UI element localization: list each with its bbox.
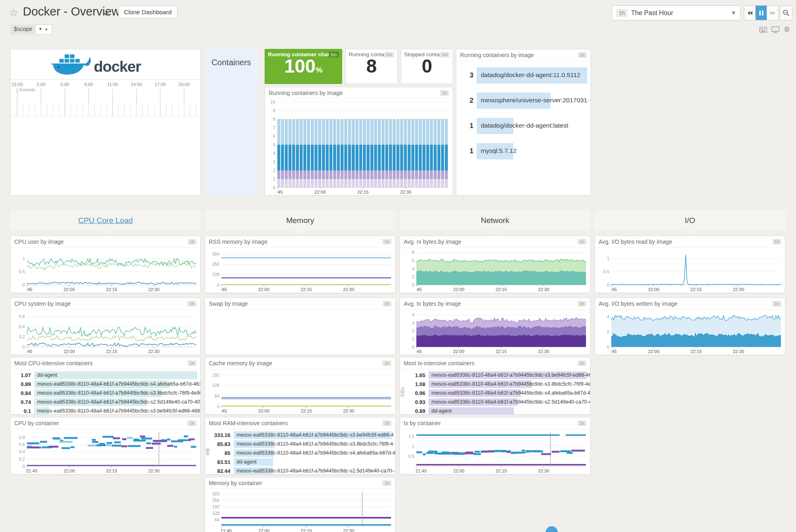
timeframe-badge: 1h [383, 360, 391, 366]
svg-text:22:00: 22:00 [453, 349, 464, 354]
cache-memory-by-image-chart: Cache memory by image1h 064128192:4522:0… [205, 357, 396, 415]
widget-title: CPU user by image [14, 238, 64, 245]
heatmap-chart: 0.511.521:4522:0022:1522:30 [400, 429, 590, 474]
docker-whale-icon [51, 54, 91, 75]
svg-text:9: 9 [273, 108, 275, 113]
toplist-row[interactable]: 1.07dd-agent [11, 371, 197, 380]
toplist-value: 1 [457, 122, 477, 130]
toplist-row[interactable]: 85mesos-ea85338c-8110-48a4-b61f-a7b9445b… [211, 449, 392, 457]
toplist-value: 0.84 [11, 390, 34, 396]
svg-text:192: 192 [212, 373, 219, 377]
svg-text:0.5: 0.5 [603, 269, 609, 274]
toplist-row[interactable]: 0.1mesos-ea85338c-8110-48a4-b61f-a7b9445… [11, 407, 197, 415]
toplist-container-name: mesosphere/universe-server:2017031··· [481, 97, 591, 104]
toplist-row[interactable]: 0.96mesos-ea85338c-8110-48a4-b61f-a7b944… [406, 389, 587, 397]
svg-text:22:30: 22:30 [733, 287, 744, 292]
svg-text:8: 8 [412, 250, 414, 255]
svg-text:3: 3 [273, 159, 275, 164]
toplist-container-name: mesos-ea85338c-8110-48a4-b61f-a7b9445bc9… [37, 381, 201, 387]
gear-icon[interactable]: ⚙ [784, 26, 790, 33]
toplist-row[interactable]: 1.08mesos-ea85338c-8110-48a4-b61f-a7b944… [406, 380, 587, 389]
running-containers-by-image-chart: Running containers by image1h 0123456789… [265, 87, 453, 196]
svg-text:22:15: 22:15 [495, 349, 507, 354]
svg-text:22:30: 22:30 [538, 349, 549, 354]
toplist-container-name: mesos-ea85338c-8110-48a4-b61f-a7b9445bc9… [431, 381, 590, 387]
svg-text::45: :45 [610, 349, 617, 354]
svg-text:1: 1 [412, 336, 414, 341]
svg-text:22:30: 22:30 [148, 287, 159, 292]
toplist-row[interactable]: 0.74mesos-ea85338c-8110-48a4-b61f-a7b944… [11, 398, 197, 406]
svg-text:2:00: 2:00 [37, 82, 45, 87]
clone-dashboard-button[interactable]: Clone Dashboard [118, 6, 177, 18]
svg-text:21:45: 21:45 [416, 468, 427, 473]
widget-title: Cache memory by image [209, 360, 272, 366]
toplist-value: 3 [457, 71, 477, 79]
svg-text:0: 0 [607, 283, 609, 287]
docker-events-widget: docker 23:002:005:008:0011:0014:0017:002… [10, 49, 201, 196]
svg-text:0: 0 [22, 344, 25, 349]
svg-text:128: 128 [212, 383, 219, 388]
svg-text:22:30: 22:30 [400, 190, 411, 194]
keyboard-icon[interactable] [759, 27, 767, 33]
toplist-row[interactable]: 3datadog/docker-dd-agent:11.0.5112 [457, 63, 587, 88]
svg-text:22:00: 22:00 [453, 468, 464, 473]
toplist-row[interactable]: 0.93mesos-ea85338c-8110-48a4-b61f-a7b944… [406, 398, 587, 406]
fast-forward-button[interactable] [767, 6, 778, 20]
toplist-row[interactable]: 0.89dd-agent [406, 407, 587, 415]
toplist-row[interactable]: 85.83mesos-ea85338c-8110-48a4-b61f-a7b94… [211, 440, 392, 448]
tv-mode-icon[interactable] [772, 26, 779, 33]
toplist-row[interactable]: 1.65mesos-ea85338c-8110-48a4-b61f-a7b944… [406, 371, 587, 380]
svg-text:21:45: 21:45 [221, 528, 232, 532]
docker-logo-text: docker [94, 58, 141, 75]
toplist-row[interactable]: 0.89mesos-ea85338c-8110-48a4-b61f-a7b944… [11, 380, 197, 389]
toplist-row[interactable]: 1mysql:5.7.12 [457, 139, 587, 164]
rewind-button[interactable] [744, 6, 756, 20]
toplist-value: 0.1 [11, 408, 34, 414]
toplist-container-name: datadog/docker-dd-agent:latest [481, 122, 568, 129]
help-bubble[interactable] [546, 526, 558, 532]
tx-by-container-chart: tx by container1h 0.511.521:4522:0022:15… [400, 417, 590, 475]
toplist-row[interactable]: 0.84mesos-ea85338c-8110-48a4-b61f-a7b944… [11, 389, 197, 397]
widget-title: Avg. rx bytes by image [404, 238, 461, 245]
area-chart: 024:4522:0022:1522:30 [595, 310, 785, 355]
toplist-value: 0.89 [11, 381, 34, 387]
avg-io-bytes-written-chart: Avg. I/O bytes written by image1h 024:45… [595, 298, 785, 355]
svg-text:22:15: 22:15 [106, 468, 117, 473]
svg-text:22:30: 22:30 [538, 287, 549, 292]
toplist-value: 0.96 [406, 390, 429, 396]
svg-text:0.2: 0.2 [19, 457, 25, 461]
widget-title: Memory by container [209, 480, 262, 486]
svg-text:23:00: 23:00 [11, 82, 23, 87]
toplist-row[interactable]: 83.51dd-agent [211, 458, 392, 466]
widget-title: Most RAM-intensive containers [209, 420, 288, 426]
toplist-row[interactable]: 1datadog/docker-dd-agent:latest [457, 113, 587, 139]
svg-text:6: 6 [273, 134, 275, 139]
query-value: 8 [346, 57, 397, 75]
scope-value-dropdown[interactable]: *▼ [36, 24, 52, 35]
cpu-user-by-image-chart: CPU user by image1h 00.51:4522:0022:1522… [10, 236, 201, 293]
svg-text:22:30: 22:30 [148, 468, 159, 473]
time-range-select[interactable]: 1h The Past Hour ▼ [612, 5, 741, 20]
svg-text:17:00: 17:00 [155, 82, 166, 87]
toplist-row[interactable]: 2mesosphere/universe-server:2017031··· [457, 88, 587, 113]
cpu-core-load-link[interactable]: CPU Core Load [78, 216, 133, 225]
scope-caret-icon: ▼ [44, 27, 49, 32]
pause-button[interactable] [756, 6, 767, 20]
toplist-bar [34, 371, 197, 379]
toplist-row[interactable]: 333.16mesos-ea85338c-8110-48a4-b61f-a7b9… [211, 431, 392, 439]
event-timeline[interactable]: 23:002:005:008:0011:0014:0017:0020:000 e… [11, 80, 200, 129]
star-icon[interactable]: ☆ [9, 7, 18, 19]
svg-text:21:45: 21:45 [26, 468, 38, 473]
widget-title: Most CPU-intensive containers [14, 360, 93, 366]
timeframe-badge: 1h [577, 301, 586, 307]
title-chevron-down-icon[interactable] [103, 11, 109, 18]
svg-text:22:30: 22:30 [343, 287, 354, 292]
zoom-out-button[interactable] [780, 5, 792, 20]
svg-text:4: 4 [412, 266, 414, 271]
most-ram-intensive-containers-toplist: Most RAM-intensive containers1h MiB333.1… [205, 417, 396, 475]
svg-text:22:30: 22:30 [343, 528, 354, 532]
svg-text:22:00: 22:00 [648, 349, 659, 354]
section-header-cpu-core-load: CPU Core Load [10, 210, 201, 230]
timeframe-badge: 1h [188, 239, 197, 245]
toplist-row[interactable]: 82.44mesos-ea85338c-8110-48a4-b61f-a7b94… [211, 467, 392, 475]
